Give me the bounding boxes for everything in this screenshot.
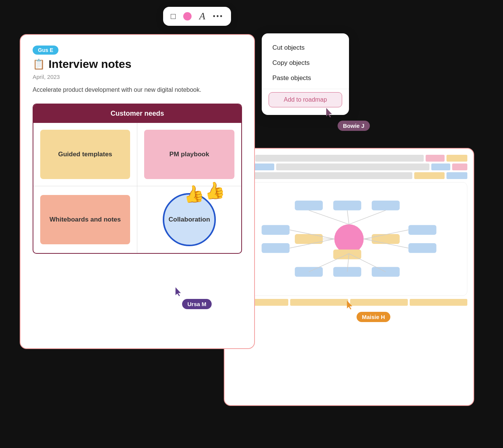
color-dot[interactable] — [183, 12, 192, 20]
roadmap-top-bars — [231, 155, 467, 162]
guided-templates-note: Guided templates — [40, 130, 130, 179]
interview-card: Gus E 📋 Interview notes April, 2023 Acce… — [20, 34, 255, 349]
customer-needs-header: Customer needs — [33, 104, 241, 123]
cut-objects-item[interactable]: Cut objects — [262, 40, 349, 55]
menu-divider — [262, 89, 349, 89]
svg-point-0 — [334, 224, 363, 253]
svg-rect-4 — [262, 225, 290, 235]
needs-grid: Guided templates PM playbook Whiteboards… — [33, 123, 241, 253]
bar-orange-b3 — [350, 299, 408, 306]
bar-gray-1 — [255, 155, 424, 162]
card-description: Accelerate product development with our … — [33, 85, 242, 94]
scene: □ A ••• Cut objects Copy objects Paste o… — [0, 0, 503, 448]
svg-line-15 — [347, 210, 349, 224]
card-date: April, 2023 — [33, 74, 242, 80]
svg-rect-7 — [409, 225, 437, 235]
text-icon[interactable]: A — [199, 11, 205, 22]
bar-orange-b4 — [410, 299, 467, 306]
context-menu: Cut objects Copy objects Paste objects A… — [262, 33, 349, 115]
paste-objects-item[interactable]: Paste objects — [262, 71, 349, 86]
maisie-label: Maisie H — [357, 312, 390, 322]
notebook-icon: 📋 — [33, 58, 45, 70]
bar-blue-3 — [431, 163, 450, 170]
bar-pink-2 — [452, 163, 467, 170]
bar-gray-2 — [276, 163, 429, 170]
svg-rect-8 — [409, 243, 437, 253]
frame-icon[interactable]: □ — [171, 11, 176, 21]
ursa-label: Ursa M — [182, 299, 212, 309]
whiteboards-cell: Whiteboards and notes — [33, 186, 137, 253]
svg-rect-3 — [372, 201, 400, 211]
bowie-label: Bowie J — [338, 121, 370, 131]
whiteboards-note: Whiteboards and notes — [40, 195, 130, 244]
mindmap-area — [231, 182, 467, 296]
svg-rect-2 — [333, 201, 362, 211]
customer-needs-table: Customer needs Guided templates PM playb… — [33, 104, 242, 254]
svg-rect-5 — [262, 243, 290, 253]
bar-blue-4 — [446, 172, 467, 179]
toolbar: □ A ••• — [163, 7, 231, 26]
gus-label: Gus E — [33, 46, 58, 55]
add-to-roadmap-button[interactable]: Add to roadmap — [269, 92, 342, 107]
svg-rect-9 — [372, 234, 400, 244]
roadmap-card — [224, 148, 474, 406]
bar-gray-3 — [231, 172, 412, 179]
collaboration-cell: Collaboration 👍👍 — [137, 186, 241, 253]
roadmap-bars-2 — [231, 163, 467, 170]
bar-orange-1 — [446, 155, 467, 162]
maisie-cursor-icon — [345, 300, 356, 310]
pm-playbook-cell: PM playbook — [137, 123, 241, 186]
collaboration-circle: Collaboration 👍👍 — [163, 193, 216, 246]
pm-playbook-note: PM playbook — [144, 130, 234, 179]
bowie-cursor-icon — [324, 107, 336, 118]
bar-orange-3 — [414, 172, 445, 179]
card-title: 📋 Interview notes — [33, 58, 242, 71]
mindmap-svg — [239, 190, 459, 288]
more-icon[interactable]: ••• — [213, 13, 223, 20]
ursa-cursor-icon — [174, 286, 184, 297]
guided-templates-cell: Guided templates — [33, 123, 137, 186]
roadmap-bars-3 — [231, 172, 467, 179]
copy-objects-item[interactable]: Copy objects — [262, 55, 349, 71]
svg-line-16 — [349, 210, 386, 224]
svg-rect-10 — [295, 267, 323, 277]
bar-orange-b2 — [290, 299, 348, 306]
bar-pink-1 — [426, 155, 445, 162]
svg-rect-1 — [295, 201, 323, 211]
svg-line-14 — [309, 210, 349, 224]
